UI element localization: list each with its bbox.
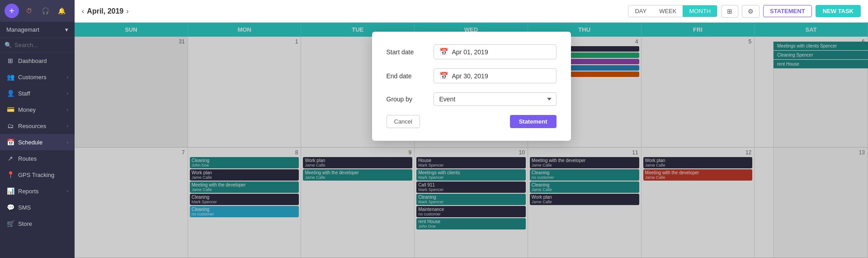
dashboard-icon: ⊞: [6, 57, 14, 64]
gps-icon: 📍: [6, 171, 14, 178]
end-calendar-icon: 📅: [439, 72, 448, 80]
staff-chevron: ›: [67, 91, 68, 96]
money-icon: 💳: [6, 106, 14, 113]
filter-button[interactable]: ⊞: [721, 5, 738, 18]
sidebar-item-gps[interactable]: 📍 GPS Tracking: [0, 167, 75, 183]
brand-chevron: ▾: [65, 26, 68, 33]
top-icons: ⏱ 🎧 🔔: [23, 5, 68, 17]
start-date-label: Start date: [387, 48, 427, 56]
sidebar-item-money[interactable]: 💳 Money ›: [0, 101, 75, 118]
customers-chevron: ›: [67, 75, 68, 80]
month-view-button[interactable]: MONTH: [683, 5, 717, 17]
end-date-label: End date: [387, 72, 427, 80]
brand-name: Managemart: [6, 26, 39, 33]
prev-month-button[interactable]: ‹: [82, 7, 84, 15]
start-date-field[interactable]: 📅 Apr 01, 2019: [434, 44, 557, 59]
sidebar-item-customers[interactable]: 👥 Customers ›: [0, 69, 75, 85]
new-task-button[interactable]: NEW TASK: [816, 5, 861, 17]
timer-icon[interactable]: ⏱: [23, 5, 35, 17]
managemart-dropdown[interactable]: Managemart ▾: [0, 22, 75, 38]
end-date-value: Apr 30, 2019: [452, 72, 488, 80]
start-date-row: Start date 📅 Apr 01, 2019: [387, 44, 557, 59]
sidebar-item-schedule[interactable]: 📅 Schedule ›: [0, 134, 75, 150]
headset-icon[interactable]: 🎧: [39, 5, 52, 17]
group-by-label: Group by: [387, 96, 427, 103]
staff-icon: 👤: [6, 90, 14, 97]
routes-icon: ↗: [6, 155, 14, 162]
store-icon: 🛒: [6, 220, 14, 227]
reports-icon: 📊: [6, 187, 14, 195]
end-date-row: End date 📅 Apr 30, 2019: [387, 68, 557, 83]
sidebar-item-reports[interactable]: 📊 Reports ›: [0, 183, 75, 199]
search-bar: 🔍: [0, 38, 75, 53]
sidebar-label-store: Store: [18, 220, 32, 227]
topbar-right: DAY WEEK MONTH ⊞ ⚙ STATEMENT NEW TASK: [628, 5, 861, 18]
resources-chevron: ›: [67, 124, 68, 129]
modal-statement-button[interactable]: Statement: [510, 115, 557, 128]
month-title: April, 2019: [87, 7, 123, 15]
sidebar-label-routes: Routes: [18, 155, 37, 162]
money-chevron: ›: [67, 107, 68, 112]
sidebar: + ⏱ 🎧 🔔 Managemart ▾ 🔍 ⊞ Dashboard 👥 Cus…: [0, 0, 75, 258]
sidebar-label-gps: GPS Tracking: [18, 172, 54, 178]
bell-icon[interactable]: 🔔: [55, 5, 68, 17]
search-input[interactable]: [14, 42, 70, 48]
add-button[interactable]: +: [5, 4, 19, 18]
next-month-button[interactable]: ›: [126, 7, 128, 15]
end-date-field[interactable]: 📅 Apr 30, 2019: [434, 68, 557, 83]
modal-cancel-button[interactable]: Cancel: [387, 115, 420, 128]
sidebar-item-staff[interactable]: 👤 Staff ›: [0, 85, 75, 101]
topbar: ‹ April, 2019 › DAY WEEK MONTH ⊞ ⚙ STATE…: [75, 0, 868, 23]
view-toggle: DAY WEEK MONTH: [628, 5, 717, 17]
sms-icon: 💬: [6, 204, 14, 211]
sidebar-label-dashboard: Dashboard: [18, 57, 47, 64]
calendar: SUN MON TUE WED THU FRI SAT 31 1 2 3: [75, 23, 868, 258]
reports-chevron: ›: [67, 189, 68, 194]
group-by-select[interactable]: Event Customer Staff: [434, 92, 557, 106]
sidebar-item-routes[interactable]: ↗ Routes: [0, 150, 75, 167]
sidebar-item-resources[interactable]: 🗂 Resources ›: [0, 118, 75, 134]
statement-button[interactable]: STATEMENT: [763, 5, 812, 17]
sidebar-label-customers: Customers: [18, 74, 47, 81]
day-view-button[interactable]: DAY: [628, 5, 653, 17]
sidebar-label-resources: Resources: [18, 123, 46, 129]
customers-icon: 👥: [6, 73, 14, 81]
main-content: ‹ April, 2019 › DAY WEEK MONTH ⊞ ⚙ STATE…: [75, 0, 868, 258]
sidebar-label-reports: Reports: [18, 188, 39, 195]
sidebar-label-staff: Staff: [18, 90, 30, 97]
search-icon: 🔍: [5, 42, 12, 48]
sidebar-item-dashboard[interactable]: ⊞ Dashboard: [0, 53, 75, 69]
sidebar-label-money: Money: [18, 106, 36, 113]
statement-modal: Start date 📅 Apr 01, 2019 End date 📅 Apr…: [372, 32, 571, 141]
modal-actions: Cancel Statement: [387, 115, 557, 128]
schedule-icon: 📅: [6, 139, 14, 146]
week-view-button[interactable]: WEEK: [653, 5, 683, 17]
start-date-value: Apr 01, 2019: [452, 48, 488, 56]
sidebar-item-sms[interactable]: 💬 SMS: [0, 199, 75, 215]
sidebar-label-sms: SMS: [18, 204, 31, 211]
sidebar-header: + ⏱ 🎧 🔔: [0, 0, 75, 22]
month-navigation: ‹ April, 2019 ›: [82, 7, 129, 15]
schedule-chevron: ›: [67, 140, 68, 145]
settings-button[interactable]: ⚙: [742, 5, 760, 18]
sidebar-label-schedule: Schedule: [18, 139, 42, 146]
sidebar-item-store[interactable]: 🛒 Store: [0, 215, 75, 232]
resources-icon: 🗂: [6, 122, 14, 129]
start-calendar-icon: 📅: [439, 48, 448, 56]
modal-overlay: Start date 📅 Apr 01, 2019 End date 📅 Apr…: [75, 23, 868, 258]
group-by-row: Group by Event Customer Staff: [387, 92, 557, 106]
